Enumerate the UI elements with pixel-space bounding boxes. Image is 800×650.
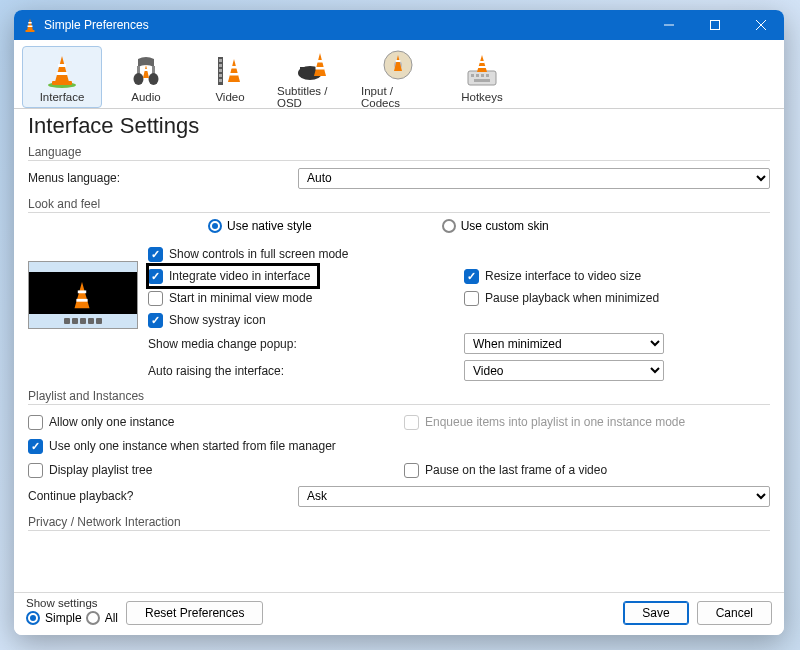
check-label: Enqueue items into playlist in one insta… <box>425 415 685 429</box>
radio-label: All <box>105 611 118 625</box>
check-label: Allow only one instance <box>49 415 174 429</box>
subtitles-icon <box>296 47 332 83</box>
check-label: Integrate video in interface <box>169 269 310 283</box>
app-icon <box>22 17 38 33</box>
svg-rect-48 <box>76 299 87 302</box>
tab-label: Audio <box>131 91 160 103</box>
codecs-icon <box>380 47 416 83</box>
check-one-instance-fm[interactable]: Use only one instance when started from … <box>28 435 770 457</box>
svg-rect-36 <box>396 60 401 62</box>
svg-rect-22 <box>219 69 222 72</box>
interface-icon <box>44 53 80 89</box>
check-resize-interface[interactable]: Resize interface to video size <box>464 265 770 287</box>
check-label: Use only one instance when started from … <box>49 439 336 453</box>
show-settings-label: Show settings <box>26 597 118 609</box>
section-privacy: Privacy / Network Interaction <box>28 515 770 531</box>
media-popup-label: Show media change popup: <box>148 333 454 354</box>
svg-rect-47 <box>78 290 86 293</box>
checkbox-unchecked-icon <box>404 463 419 478</box>
check-integrate-video[interactable]: Integrate video in interface <box>148 265 318 287</box>
svg-rect-27 <box>230 73 239 76</box>
radio-unchecked-icon <box>86 611 100 625</box>
svg-rect-23 <box>219 74 222 77</box>
check-fullscreen-controls[interactable]: Show controls in full screen mode <box>148 243 454 265</box>
tab-label: Video <box>215 91 244 103</box>
radio-checked-icon <box>26 611 40 625</box>
tab-subtitles[interactable]: Subtitles / OSD <box>274 46 354 108</box>
svg-rect-18 <box>144 69 149 71</box>
audio-icon <box>128 53 164 89</box>
radio-all[interactable]: All <box>86 611 118 625</box>
radio-checked-icon <box>208 219 222 233</box>
tab-hotkeys[interactable]: Hotkeys <box>442 46 522 108</box>
svg-rect-38 <box>471 74 474 77</box>
tab-audio[interactable]: Audio <box>106 46 186 108</box>
menus-language-select[interactable]: Auto <box>298 168 770 189</box>
checkbox-unchecked-icon <box>404 415 419 430</box>
check-allow-one-instance[interactable]: Allow only one instance <box>28 411 394 433</box>
section-header: Language <box>28 145 770 161</box>
svg-rect-45 <box>478 66 486 68</box>
tab-label: Interface <box>40 91 85 103</box>
page-title: Interface Settings <box>14 109 784 145</box>
auto-raise-label: Auto raising the interface: <box>148 360 454 381</box>
section-language: Language Menus language: Auto <box>28 145 770 189</box>
check-label: Pause playback when minimized <box>485 291 659 305</box>
checkbox-checked-icon <box>148 313 163 328</box>
radio-custom-skin[interactable]: Use custom skin <box>442 219 549 233</box>
window-title: Simple Preferences <box>44 18 646 32</box>
hotkeys-icon <box>464 53 500 89</box>
check-label: Start in minimal view mode <box>169 291 312 305</box>
minimize-button[interactable] <box>646 10 692 40</box>
svg-rect-12 <box>52 81 72 85</box>
radio-simple[interactable]: Simple <box>26 611 82 625</box>
svg-marker-43 <box>477 55 487 72</box>
svg-rect-44 <box>479 61 484 63</box>
checkbox-unchecked-icon <box>28 415 43 430</box>
check-systray-icon[interactable]: Show systray icon <box>148 309 454 331</box>
auto-raise-select[interactable]: Video <box>464 360 664 381</box>
check-display-playlist-tree[interactable]: Display playlist tree <box>28 459 394 481</box>
svg-rect-26 <box>231 66 237 69</box>
settings-scroll[interactable]: Language Menus language: Auto Look and f… <box>14 145 784 592</box>
check-label: Show systray icon <box>169 313 266 327</box>
svg-rect-32 <box>316 67 325 70</box>
maximize-button[interactable] <box>692 10 738 40</box>
tab-label: Hotkeys <box>461 91 503 103</box>
tab-video[interactable]: Video <box>190 46 270 108</box>
svg-marker-25 <box>228 59 240 82</box>
check-pause-minimized[interactable]: Pause playback when minimized <box>464 287 770 309</box>
check-label: Show controls in full screen mode <box>169 247 348 261</box>
section-playlist: Playlist and Instances Allow only one in… <box>28 389 770 507</box>
check-pause-last-frame[interactable]: Pause on the last frame of a video <box>404 459 770 481</box>
tab-input-codecs[interactable]: Input / Codecs <box>358 46 438 108</box>
media-popup-select[interactable]: When minimized <box>464 333 664 354</box>
footer: Show settings Simple All Reset Preferenc… <box>14 592 784 635</box>
radio-unchecked-icon <box>442 219 456 233</box>
checkbox-unchecked-icon <box>28 463 43 478</box>
radio-label: Use native style <box>227 219 312 233</box>
reset-preferences-button[interactable]: Reset Preferences <box>126 601 263 625</box>
section-header: Look and feel <box>28 197 770 213</box>
save-button[interactable]: Save <box>623 601 688 625</box>
svg-marker-0 <box>27 19 33 31</box>
cancel-button[interactable]: Cancel <box>697 601 772 625</box>
svg-rect-31 <box>317 60 323 63</box>
checkbox-checked-icon <box>148 247 163 262</box>
tab-interface[interactable]: Interface <box>22 46 102 108</box>
menus-language-label: Menus language: <box>28 171 298 185</box>
svg-marker-9 <box>55 56 69 82</box>
svg-rect-20 <box>219 59 222 62</box>
check-minimal-view[interactable]: Start in minimal view mode <box>148 287 454 309</box>
close-button[interactable] <box>738 10 784 40</box>
checkbox-unchecked-icon <box>464 291 479 306</box>
checkbox-checked-icon <box>464 269 479 284</box>
continue-playback-select[interactable]: Ask <box>298 486 770 507</box>
svg-point-15 <box>134 73 144 85</box>
radio-native-style[interactable]: Use native style <box>208 219 312 233</box>
svg-rect-42 <box>474 79 490 82</box>
svg-rect-39 <box>476 74 479 77</box>
section-header: Privacy / Network Interaction <box>28 515 770 531</box>
titlebar: Simple Preferences <box>14 10 784 40</box>
radio-label: Use custom skin <box>461 219 549 233</box>
